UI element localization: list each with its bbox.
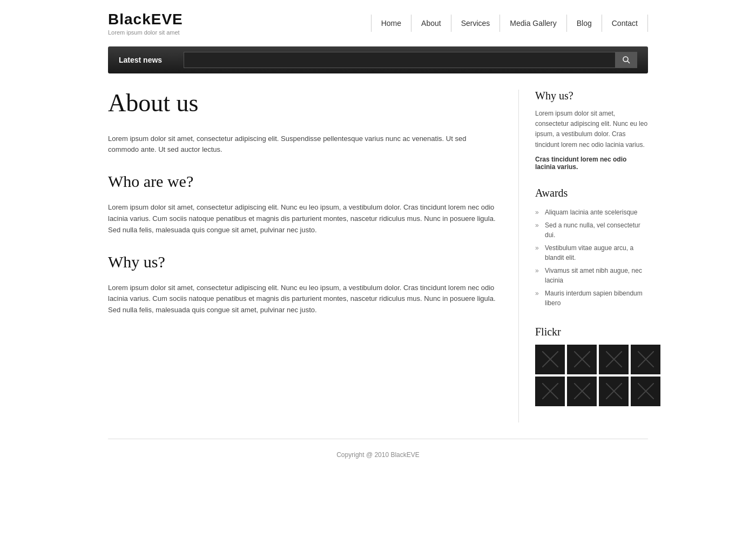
flickr-thumb-6[interactable] xyxy=(567,377,597,406)
news-bar: Latest news xyxy=(108,46,648,73)
nav-home[interactable]: Home xyxy=(371,15,411,32)
site-title[interactable]: BlackEVE xyxy=(108,11,183,28)
section2-heading: Why us? xyxy=(108,252,497,272)
svg-point-0 xyxy=(623,57,628,62)
flickr-thumb-2[interactable] xyxy=(567,345,597,374)
awards-list: Aliquam lacinia ante scelerisque Sed a n… xyxy=(535,206,648,310)
nav-media-gallery[interactable]: Media Gallery xyxy=(500,15,566,32)
flickr-thumb-8[interactable] xyxy=(631,377,660,406)
flickr-thumb-1[interactable] xyxy=(535,345,565,374)
award-item: Vivamus sit amet nibh augue, nec lacinia xyxy=(535,264,648,287)
why-us-bold-text: Cras tincidunt lorem nec odio lacinia va… xyxy=(535,156,648,171)
awards-section: Awards Aliquam lacinia ante scelerisque … xyxy=(535,187,648,310)
flickr-grid xyxy=(535,345,648,406)
flickr-thumb-4[interactable] xyxy=(631,345,660,374)
why-us-heading: Why us? xyxy=(535,90,648,102)
award-item: Vestibulum vitae augue arcu, a blandit e… xyxy=(535,241,648,264)
flickr-section: Flickr xyxy=(535,326,648,406)
site-subtitle: Lorem ipsum dolor sit amet xyxy=(108,29,183,36)
logo: BlackEVE Lorem ipsum dolor sit amet xyxy=(108,11,183,36)
page-title: About us xyxy=(108,90,497,117)
search-input[interactable] xyxy=(184,52,616,68)
intro-text: Lorem ipsum dolor sit amet, consectetur … xyxy=(108,133,497,156)
news-label: Latest news xyxy=(119,56,173,64)
nav-contact[interactable]: Contact xyxy=(602,15,648,32)
nav-services[interactable]: Services xyxy=(451,15,501,32)
search-icon xyxy=(622,56,631,64)
why-us-section: Why us? Lorem ipsum dolor sit amet, cons… xyxy=(535,90,648,171)
section2-text: Lorem ipsum dolor sit amet, consectetur … xyxy=(108,283,497,316)
main-article: About us Lorem ipsum dolor sit amet, con… xyxy=(108,90,497,422)
section1-heading: Who are we? xyxy=(108,172,497,191)
flickr-heading: Flickr xyxy=(535,326,648,338)
nav-blog[interactable]: Blog xyxy=(567,15,602,32)
nav-about[interactable]: About xyxy=(411,15,451,32)
award-item: Aliquam lacinia ante scelerisque xyxy=(535,206,648,219)
award-item: Sed a nunc nulla, vel consectetur dui. xyxy=(535,219,648,241)
search-button[interactable] xyxy=(616,52,637,68)
section1-text: Lorem ipsum dolor sit amet, consectetur … xyxy=(108,202,497,236)
svg-line-1 xyxy=(627,61,630,63)
footer-text: Copyright @ 2010 BlackEVE xyxy=(336,451,420,459)
right-sidebar: Why us? Lorem ipsum dolor sit amet, cons… xyxy=(518,90,648,422)
awards-heading: Awards xyxy=(535,187,648,199)
award-item: Mauris interdum sapien bibendum libero xyxy=(535,287,648,310)
flickr-thumb-5[interactable] xyxy=(535,377,565,406)
footer: Copyright @ 2010 BlackEVE xyxy=(108,439,648,469)
flickr-thumb-3[interactable] xyxy=(599,345,629,374)
main-nav: Home About Services Media Gallery Blog C… xyxy=(371,15,648,32)
why-us-text: Lorem ipsum dolor sit amet, consectetur … xyxy=(535,109,648,150)
flickr-thumb-7[interactable] xyxy=(599,377,629,406)
